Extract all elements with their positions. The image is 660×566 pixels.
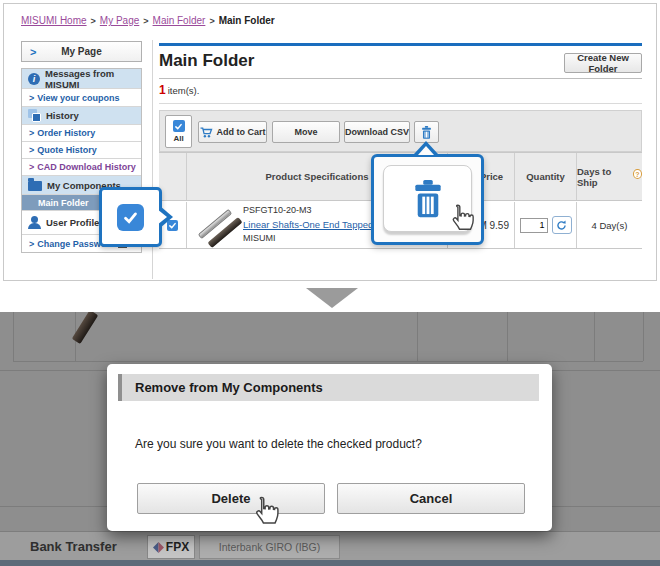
- chevron-right-icon: >: [29, 239, 34, 249]
- title-accent-rule: [159, 43, 642, 46]
- payment-methods-row: Bank Transfer FPX Interbank GIRO (IBG): [0, 531, 660, 560]
- sidebar-label-quote-history: Quote History: [37, 145, 97, 155]
- divider: [159, 78, 642, 79]
- table-header-quantity: Quantity: [515, 153, 577, 200]
- product-image: [193, 205, 237, 245]
- callout-arrow-right-inner: [157, 209, 167, 225]
- add-to-cart-button[interactable]: Add to Cart: [198, 121, 267, 143]
- fpx-logo-icon: [153, 542, 164, 553]
- history-icon: [28, 109, 41, 122]
- dimmed-table-border: [594, 312, 595, 361]
- step-arrow-down: [306, 288, 358, 308]
- download-csv-label: Download CSV: [345, 127, 409, 137]
- sidebar-item-messages[interactable]: i Messages from MISUMI: [22, 69, 141, 88]
- fpx-label: FPX: [166, 540, 189, 554]
- breadcrumb-separator: >: [209, 16, 214, 26]
- select-all-checkbox[interactable]: All: [165, 115, 192, 148]
- cart-icon: [200, 127, 213, 138]
- bottom-panel-dimmed: Bank Transfer FPX Interbank GIRO (IBG) R…: [0, 312, 660, 566]
- checkbox-checked-icon: [117, 204, 144, 231]
- user-icon: [28, 216, 41, 229]
- move-button[interactable]: Move: [272, 121, 340, 143]
- trash-zoom-callout: [371, 154, 484, 245]
- table-header-checkbox-col: [159, 153, 187, 200]
- folder-icon: [28, 179, 42, 191]
- brand-name: MISUMI: [243, 232, 373, 246]
- chevron-right-icon: >: [29, 128, 34, 138]
- select-all-label: All: [173, 134, 183, 143]
- info-icon: i: [28, 73, 40, 85]
- dialog-title: Remove from My Components: [122, 380, 323, 395]
- move-label: Move: [294, 127, 317, 137]
- chevron-right-icon: >: [29, 93, 34, 103]
- breadcrumb-link-mainfolder[interactable]: Main Folder: [153, 15, 206, 26]
- page-title: Main Folder: [159, 51, 254, 71]
- breadcrumb-link-home[interactable]: MISUMI Home: [21, 15, 87, 26]
- add-to-cart-label: Add to Cart: [217, 127, 266, 137]
- trash-callout-card[interactable]: [383, 165, 472, 232]
- dimmed-table-border: [417, 312, 418, 361]
- part-number: PSFGT10-20-M3: [243, 204, 373, 218]
- sidebar-item-view-coupons[interactable]: > View your coupons: [22, 88, 141, 106]
- fpx-button[interactable]: FPX: [147, 535, 195, 559]
- dialog-message: Are you sure you want to delete the chec…: [135, 437, 422, 451]
- delete-button[interactable]: Delete: [137, 483, 325, 514]
- dialog-header: Remove from My Components: [118, 374, 539, 401]
- quantity-cell: [515, 202, 577, 248]
- item-count: 1item(s).: [159, 83, 199, 97]
- breadcrumb-separator: >: [143, 16, 148, 26]
- days-to-ship-label: Days to Ship: [577, 166, 630, 188]
- sidebar-my-page-button[interactable]: > My Page: [21, 41, 142, 62]
- page: MISUMI Home>My Page>Main Folder>Main Fol…: [0, 0, 660, 566]
- item-count-label: item(s).: [168, 85, 200, 96]
- bank-transfer-label: Bank Transfer: [30, 539, 117, 554]
- sidebar-label-order-history: Order History: [37, 128, 95, 138]
- trash-icon: [421, 126, 432, 139]
- interbank-giro-button[interactable]: Interbank GIRO (IBG): [199, 535, 340, 559]
- sidebar-item-history[interactable]: History: [22, 106, 141, 124]
- callout-arrow-up-inner: [418, 146, 434, 155]
- chevron-right-icon: >: [30, 46, 36, 58]
- breadcrumb-link-mypage[interactable]: My Page: [100, 15, 139, 26]
- checkbox-zoom-callout: [99, 187, 162, 247]
- refresh-icon[interactable]: [552, 216, 572, 234]
- sidebar-item-cad-history[interactable]: > CAD Download History: [22, 158, 141, 175]
- sidebar-label-messages: Messages from MISUMI: [45, 68, 141, 90]
- sidebar-label-history: History: [46, 110, 79, 121]
- remove-confirmation-dialog: Remove from My Components Are you sure y…: [107, 364, 552, 531]
- create-new-folder-button[interactable]: Create New Folder: [564, 53, 642, 73]
- help-icon[interactable]: ?: [633, 169, 642, 179]
- sidebar-item-quote-history[interactable]: > Quote History: [22, 141, 141, 158]
- dimmed-table-border: [13, 312, 14, 361]
- days-cell: 4 Day(s): [577, 202, 642, 248]
- top-panel: MISUMI Home>My Page>Main Folder>Main Fol…: [3, 3, 657, 281]
- dimmed-table-border: [643, 312, 644, 361]
- breadcrumb: MISUMI Home>My Page>Main Folder>Main Fol…: [21, 15, 275, 26]
- chevron-right-icon: >: [29, 162, 34, 172]
- quantity-input[interactable]: [520, 218, 548, 233]
- cancel-button[interactable]: Cancel: [337, 483, 525, 514]
- sidebar-label-cad-history: CAD Download History: [37, 162, 136, 172]
- sidebar-label-view-coupons: View your coupons: [37, 93, 119, 103]
- sidebar-item-order-history[interactable]: > Order History: [22, 124, 141, 141]
- table-header-days: Days to Ship ?: [577, 153, 642, 200]
- item-count-number: 1: [159, 83, 166, 97]
- checkbox-checked-icon: [173, 120, 185, 132]
- footer-bar: [0, 560, 660, 566]
- delete-selected-button[interactable]: [414, 121, 439, 143]
- table-toolbar: All Add to Cart Move Download CSV: [159, 110, 642, 152]
- download-csv-button[interactable]: Download CSV: [344, 121, 410, 143]
- sidebar-label-user-profile: User Profile: [46, 217, 99, 228]
- chevron-right-icon: >: [29, 145, 34, 155]
- sidebar-label-main-folder: Main Folder: [38, 198, 89, 208]
- breadcrumb-current: Main Folder: [219, 15, 275, 26]
- product-link[interactable]: Linear Shafts-One End Tapped: [243, 219, 373, 230]
- my-page-label: My Page: [61, 46, 102, 57]
- trash-icon: [412, 180, 444, 218]
- breadcrumb-separator: >: [91, 16, 96, 26]
- dimmed-table-border: [507, 312, 508, 361]
- divider: [159, 103, 642, 104]
- dimmed-table-border: [13, 361, 643, 362]
